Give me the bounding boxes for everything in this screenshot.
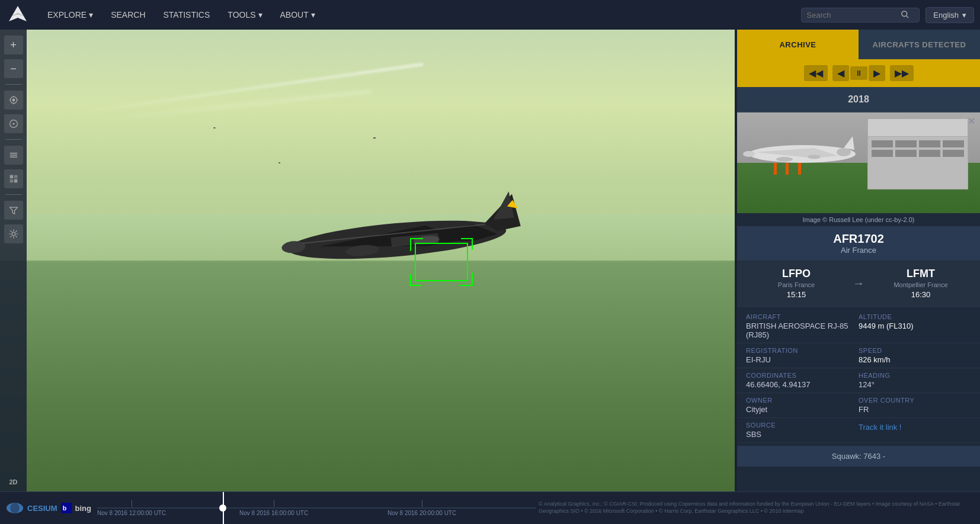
altitude-label: ALTITUDE xyxy=(859,313,971,320)
about-dropdown-icon: ▾ xyxy=(311,0,315,30)
speed-label: SPEED xyxy=(859,347,971,354)
right-panel: ARCHIVE AIRCRAFTS DETECTED ◀◀ ◀ ⏸ ▶ ▶▶ 2… xyxy=(737,30,980,491)
app-logo[interactable] xyxy=(6,3,30,27)
aircraft-label: AIRCRAFT xyxy=(746,313,859,320)
cesium-logo: CESIUM b bing xyxy=(0,502,97,514)
map-area[interactable] xyxy=(0,30,735,491)
flight-route: LFPO Paris France 15:15 → LFMT Montpelli… xyxy=(737,261,980,307)
archive-pause-button[interactable]: ⏸ xyxy=(850,66,867,80)
svg-point-36 xyxy=(808,155,821,159)
coords-label: COORDINATES xyxy=(746,372,859,379)
reg-label: REGISTRATION xyxy=(746,347,859,354)
route-origin: LFPO Paris France 15:15 xyxy=(746,268,847,299)
source-label: SOURCE xyxy=(746,422,859,429)
photo-sim xyxy=(737,112,980,213)
archive-controls: ◀◀ ◀ ⏸ ▶ ▶▶ xyxy=(737,59,980,87)
timeline: CESIUM b bing Nov 8 2016 12:00:00 UTC No… xyxy=(0,491,980,524)
aircraft-photo: ✕ xyxy=(737,112,980,213)
timeline-marker-0: Nov 8 2016 12:00:00 UTC xyxy=(97,500,166,516)
photo-pylon-1 xyxy=(774,163,777,175)
zoom-out-button[interactable]: − xyxy=(4,59,23,78)
origin-code: LFPO xyxy=(746,268,847,280)
detail-row-owner: OWNER Cityjet OVER COUNTRY FR xyxy=(737,393,980,418)
svg-rect-10 xyxy=(9,153,17,154)
target-box xyxy=(415,243,468,281)
heading-label: HEADING xyxy=(859,372,971,379)
timeline-marker-1: Nov 8 2016 16:00:00 UTC xyxy=(239,500,308,516)
settings-button[interactable] xyxy=(4,224,23,243)
photo-building xyxy=(867,118,968,189)
detail-track[interactable]: Track it link ! xyxy=(859,422,971,439)
timeline-tick xyxy=(422,500,422,507)
layers-icon xyxy=(9,150,18,160)
timeline-tick xyxy=(132,500,132,507)
flight-details: AIRCRAFT BRITISH AEROSPACE RJ-85 (RJ85) … xyxy=(737,307,980,446)
timeline-tick xyxy=(274,500,274,507)
photo-aircraft-svg xyxy=(743,127,861,175)
nav-explore[interactable]: EXPLORE ▾ xyxy=(39,0,102,30)
over-country-value: FR xyxy=(859,405,971,414)
archive-prev-button[interactable]: ◀◀ xyxy=(804,65,828,81)
detail-heading: HEADING 124° xyxy=(859,372,971,389)
svg-point-35 xyxy=(776,157,793,162)
svg-point-2 xyxy=(12,99,15,102)
photo-close-button[interactable]: ✕ xyxy=(968,115,975,127)
filter-icon xyxy=(9,205,18,215)
flight-id: AFR1702 xyxy=(746,232,971,246)
photo-pylon-3 xyxy=(798,163,801,175)
archive-play-group: ◀ ⏸ ▶ xyxy=(832,65,885,81)
nav-statistics[interactable]: STATISTICS xyxy=(155,0,219,30)
photo-windows xyxy=(868,137,968,160)
svg-rect-12 xyxy=(9,156,17,157)
control-divider-3 xyxy=(5,194,22,195)
compass-button[interactable] xyxy=(4,114,23,133)
nav-about[interactable]: ABOUT ▾ xyxy=(271,0,324,30)
distant-aircraft-1 xyxy=(213,127,216,128)
detail-over-country: OVER COUNTRY FR xyxy=(859,397,971,414)
panel-tabs: ARCHIVE AIRCRAFTS DETECTED xyxy=(737,30,980,59)
svg-point-9 xyxy=(12,123,14,124)
archive-next-far-button[interactable]: ▶▶ xyxy=(890,65,914,81)
svg-point-18 xyxy=(12,232,15,236)
bing-logo-icon: b xyxy=(61,503,72,513)
archive-next-button[interactable]: ▶ xyxy=(869,65,885,81)
search-icon xyxy=(901,11,909,19)
svg-rect-11 xyxy=(9,155,17,156)
target-corner-br xyxy=(461,274,473,286)
control-divider-1 xyxy=(5,84,22,85)
search-input[interactable] xyxy=(806,11,901,20)
language-selector[interactable]: English ▾ xyxy=(925,7,974,23)
nav-search[interactable]: SEARCH xyxy=(102,0,154,30)
dest-code: LFMT xyxy=(870,268,971,280)
control-divider-2 xyxy=(5,139,22,140)
svg-rect-14 xyxy=(14,175,17,179)
archive-play-button[interactable]: ◀ xyxy=(832,65,849,81)
dest-city: Montpellier France xyxy=(870,281,971,288)
filter-button[interactable] xyxy=(4,201,23,220)
track-link[interactable]: Track it link ! xyxy=(859,423,971,432)
location-button[interactable] xyxy=(4,91,23,110)
location-icon xyxy=(9,95,18,105)
aircraft-3d xyxy=(261,172,533,308)
timeline-track-area[interactable]: Nov 8 2016 12:00:00 UTC Nov 8 2016 16:00… xyxy=(97,492,536,524)
view-2d-button[interactable]: 2D xyxy=(4,478,23,486)
route-dest: LFMT Montpellier France 16:30 xyxy=(870,268,971,299)
over-country-label: OVER COUNTRY xyxy=(859,397,971,404)
zoom-in-button[interactable]: + xyxy=(4,36,23,54)
photo-credit: Image © Russell Lee (under cc-by-2.0) xyxy=(737,213,980,226)
detail-altitude: ALTITUDE 9449 m (FL310) xyxy=(859,313,971,339)
detail-speed: SPEED 826 km/h xyxy=(859,347,971,364)
timeline-label-2: Nov 8 2016 20:00:00 UTC xyxy=(387,510,456,516)
nav-tools[interactable]: TOOLS ▾ xyxy=(219,0,271,30)
svg-marker-17 xyxy=(9,207,17,214)
flight-airline: Air France xyxy=(746,246,971,255)
search-box[interactable] xyxy=(801,8,920,22)
map-type-button[interactable] xyxy=(4,169,23,188)
detail-owner: OWNER Cityjet xyxy=(746,397,859,414)
tab-archive[interactable]: ARCHIVE xyxy=(737,30,859,59)
timeline-cursor-head xyxy=(219,504,226,512)
svg-rect-15 xyxy=(9,179,13,183)
target-corner-bl xyxy=(410,274,422,286)
layers-button[interactable] xyxy=(4,146,23,165)
tab-aircraft-detected[interactable]: AIRCRAFTS DETECTED xyxy=(859,30,980,59)
